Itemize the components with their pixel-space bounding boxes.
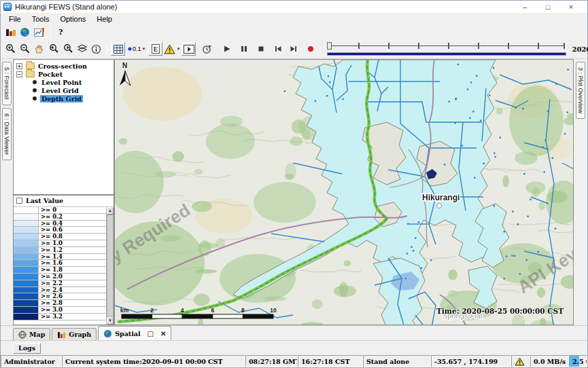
zoom-next-button[interactable] bbox=[60, 42, 75, 56]
play-button[interactable] bbox=[220, 42, 234, 56]
tree-label[interactable]: Level Point bbox=[40, 79, 83, 86]
slider-thumb[interactable] bbox=[327, 42, 332, 50]
go-to-start-button[interactable] bbox=[271, 42, 285, 56]
tab-map[interactable]: Map bbox=[13, 328, 50, 340]
layers-button[interactable] bbox=[75, 42, 89, 56]
menu-tools[interactable]: Tools bbox=[27, 14, 55, 24]
tab-map-label: Map bbox=[29, 331, 45, 338]
warning-dropdown[interactable]: ▼ bbox=[162, 42, 181, 56]
legend-toggle-button[interactable]: E bbox=[148, 42, 162, 56]
svg-text:km: km bbox=[120, 307, 129, 314]
info-button[interactable] bbox=[89, 42, 103, 56]
tree-label-selected[interactable]: Depth Grid bbox=[40, 95, 83, 103]
tree-label[interactable]: Pocket bbox=[37, 71, 64, 78]
time-slider[interactable] bbox=[326, 41, 568, 57]
zoom-out-button[interactable] bbox=[18, 42, 32, 56]
title-bar[interactable]: Hikurangi FEWS (Stand alone) – □ × bbox=[1, 1, 587, 13]
tab-plot-overview[interactable]: 3 : Plot Overview bbox=[576, 62, 585, 119]
pan-button[interactable] bbox=[32, 42, 46, 56]
run-animation-button[interactable] bbox=[200, 42, 214, 56]
legend-scrollbar[interactable]: ▲ ▼ bbox=[106, 207, 114, 325]
status-warning[interactable] bbox=[511, 355, 530, 367]
tab-data-viewer[interactable]: 6 : Data Viewer bbox=[2, 108, 12, 160]
status-network: 0.0 MB/s bbox=[530, 355, 569, 367]
menu-file[interactable]: File bbox=[3, 14, 27, 24]
node-bullet-icon bbox=[33, 96, 37, 100]
maximize-button[interactable]: □ bbox=[544, 3, 552, 11]
left-tab-strip: 5 : Forecast 6 : Data Viewer bbox=[1, 59, 13, 325]
tree-item-level-point[interactable]: Level Point bbox=[14, 78, 114, 86]
tab-forecast[interactable]: 5 : Forecast bbox=[2, 62, 12, 105]
logs-button[interactable]: Logs bbox=[13, 343, 41, 354]
stop-button[interactable] bbox=[254, 42, 268, 56]
pause-button[interactable] bbox=[237, 42, 251, 56]
tab-maximize-icon[interactable]: □ bbox=[148, 330, 154, 337]
legend-rows: >= 0 >= 0.2 >= 0.4 >= 0.6 >= 0.8 >= 1.0 … bbox=[14, 207, 106, 325]
status-memory: 2.5 GB bbox=[569, 355, 587, 367]
color-swatch bbox=[14, 267, 39, 273]
menu-help[interactable]: Help bbox=[91, 14, 118, 24]
color-swatch bbox=[14, 307, 39, 313]
tree-label[interactable]: Cross-section bbox=[37, 62, 88, 70]
toolbar-separator bbox=[107, 43, 107, 54]
time-span-bar bbox=[327, 52, 566, 56]
tree-item-depth-grid[interactable]: Depth Grid bbox=[14, 94, 114, 103]
tree-item-level-grid[interactable]: Level Grid bbox=[14, 86, 114, 94]
town-symbol bbox=[437, 204, 442, 208]
expand-icon[interactable]: + bbox=[16, 63, 22, 69]
color-swatch bbox=[14, 254, 39, 260]
zoom-previous-button[interactable] bbox=[46, 42, 60, 56]
tab-close-icon[interactable]: ✕ bbox=[160, 330, 166, 337]
timeseries-display-button[interactable] bbox=[32, 25, 46, 39]
spatial-display-button[interactable] bbox=[18, 25, 32, 39]
main-area: 5 : Forecast 6 : Data Viewer + Cross-sec… bbox=[1, 59, 587, 325]
tree-label[interactable]: Level Grid bbox=[40, 87, 80, 94]
color-swatch bbox=[14, 247, 39, 253]
map-canvas: N km 2 4 6 8 10 API Key Re bbox=[115, 60, 574, 325]
svg-text:2: 2 bbox=[150, 307, 154, 314]
layers-icon bbox=[77, 44, 88, 54]
scroll-down-icon[interactable]: ▼ bbox=[107, 317, 114, 325]
database-display-button[interactable] bbox=[3, 25, 18, 39]
stop-icon bbox=[257, 45, 265, 53]
status-user: Administrator bbox=[1, 355, 62, 367]
tab-spatial[interactable]: Spatial □ ✕ bbox=[98, 326, 171, 340]
record-button[interactable] bbox=[303, 42, 317, 56]
color-swatch bbox=[14, 300, 39, 306]
collapse-icon[interactable]: − bbox=[16, 71, 22, 77]
scroll-thumb[interactable] bbox=[107, 215, 114, 317]
color-swatch bbox=[14, 221, 39, 227]
close-button[interactable]: × bbox=[567, 3, 575, 11]
menu-options[interactable]: Options bbox=[54, 14, 91, 24]
map-time-label: Time: 2020-08-25 00:00:00 CST bbox=[436, 307, 564, 315]
node-bullet-icon bbox=[33, 80, 37, 84]
tab-graph[interactable]: Graph bbox=[52, 328, 97, 340]
toolbar-separator bbox=[50, 26, 50, 37]
graph-bars-icon bbox=[57, 331, 66, 339]
svg-text:N: N bbox=[122, 62, 127, 69]
status-local-time: 16:27:18 CST bbox=[298, 355, 363, 367]
menu-bar: File Tools Options Help bbox=[1, 13, 587, 24]
color-swatch bbox=[14, 280, 39, 287]
layer-tree: + Cross-section − Pocket Level Point Lev… bbox=[13, 59, 114, 195]
legend-e-icon: E bbox=[152, 44, 160, 54]
help-button[interactable]: ? bbox=[54, 25, 68, 39]
go-to-end-button[interactable] bbox=[286, 42, 300, 56]
map-view[interactable]: N km 2 4 6 8 10 API Key Re bbox=[115, 59, 574, 325]
zoom-previous-icon bbox=[48, 43, 59, 54]
grid-display-button[interactable] bbox=[111, 42, 125, 56]
warning-icon bbox=[164, 44, 175, 54]
tree-item-pocket[interactable]: − Pocket bbox=[14, 70, 114, 78]
class-interval-dropdown[interactable]: 0.1 ▼ bbox=[126, 42, 147, 56]
last-value-checkbox[interactable] bbox=[16, 198, 22, 204]
spatial-globe-icon bbox=[103, 329, 112, 338]
folder-icon bbox=[26, 62, 35, 69]
minimize-button[interactable]: – bbox=[521, 3, 529, 11]
pause-icon bbox=[240, 45, 248, 53]
skip-start-icon bbox=[274, 45, 282, 53]
chevron-down-icon: ▼ bbox=[176, 47, 180, 51]
animation-window-button[interactable] bbox=[181, 42, 196, 56]
color-swatch bbox=[14, 260, 39, 266]
zoom-in-button[interactable] bbox=[3, 42, 18, 56]
scroll-up-icon[interactable]: ▲ bbox=[107, 207, 114, 215]
